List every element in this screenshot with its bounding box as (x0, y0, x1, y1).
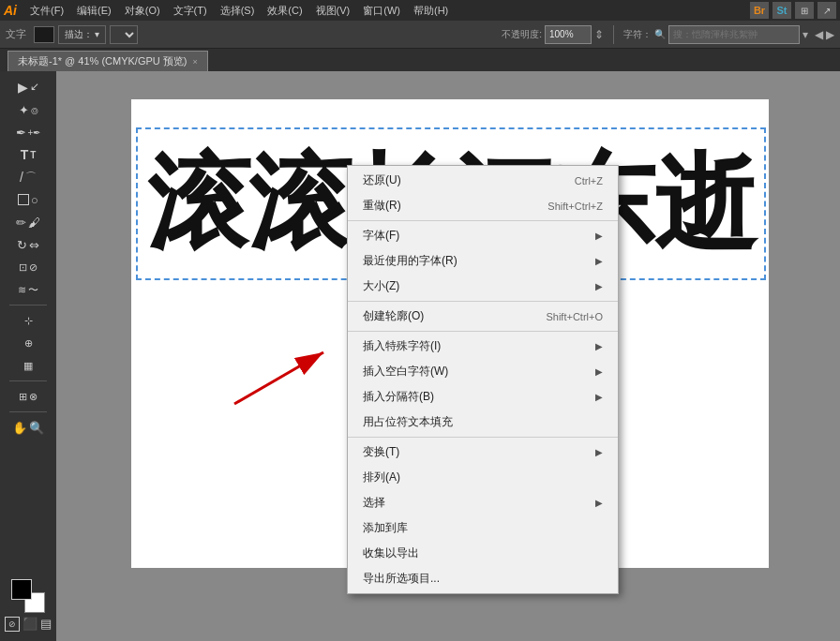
tab-bar: 未标题-1* @ 41% (CMYK/GPU 预览) × (0, 49, 840, 71)
font-label: 字符： (623, 28, 652, 41)
tool-scale-group[interactable]: ⊡ ⊘ (7, 257, 50, 277)
cm-select[interactable]: 选择 ▶ (348, 490, 618, 515)
stroke-color-swatch[interactable] (34, 26, 54, 43)
document-tab[interactable]: 未标题-1* @ 41% (CMYK/GPU 预览) × (8, 51, 208, 71)
share-icon[interactable]: ↗ (818, 2, 836, 19)
tool-type-group[interactable]: T T (7, 144, 50, 165)
cm-separator-4 (348, 437, 618, 438)
menu-file[interactable]: 文件(F) (24, 2, 69, 20)
foreground-color-swatch[interactable] (11, 579, 32, 600)
cm-insert-break[interactable]: 插入分隔符(B) ▶ (348, 384, 618, 410)
grid-apps-icon[interactable]: ⊞ (795, 2, 814, 19)
cm-insert-special[interactable]: 插入特殊字符(I) ▶ (348, 334, 618, 359)
cm-size-arrow: ▶ (595, 281, 603, 291)
cm-export-selection[interactable]: 导出所选项目... (348, 566, 618, 591)
menu-window[interactable]: 窗口(W) (357, 2, 406, 20)
rect-tool-icon (18, 194, 29, 205)
cm-size[interactable]: 大小(Z) ▶ (348, 274, 618, 299)
options-toolbar: 文字 描边： ▾ 不透明度: ⇕ 字符： 🔍 ▾ ◀ ▶ (0, 21, 840, 49)
line-tool-icon: / (20, 170, 23, 185)
tool-hand-zoom-group[interactable]: ✋ 🔍 (7, 417, 50, 438)
opacity-input[interactable] (545, 25, 592, 44)
cm-separator-3 (348, 331, 618, 332)
type-tool-icon: T (21, 147, 29, 162)
lasso-icon: ⌾ (31, 103, 38, 117)
cm-undo[interactable]: 还原(U) Ctrl+Z (348, 168, 618, 193)
cm-create-outlines[interactable]: 创建轮廓(O) Shift+Ctrl+O (348, 304, 618, 329)
tool-rotate-group[interactable]: ↻ ⇔ (7, 234, 50, 255)
app-logo: Ai (4, 3, 17, 18)
color-icon[interactable]: ⬛ (22, 617, 38, 632)
bridge-icon[interactable]: Br (750, 2, 769, 19)
cm-separator-1 (348, 220, 618, 221)
color-area: ⊘ ⬛ ▤ (5, 579, 52, 632)
font-search-icon: 🔍 (654, 29, 666, 39)
tool-select-group[interactable]: ▶ ↖ (7, 77, 50, 97)
menu-text[interactable]: 文字(T) (168, 2, 213, 20)
stroke-dropdown[interactable]: 描边： ▾ (58, 25, 106, 44)
menu-view[interactable]: 视图(V) (310, 2, 356, 20)
opacity-section: 不透明度: ⇕ (502, 25, 604, 44)
tool-pencil-group[interactable]: ✏ 🖌 (7, 212, 50, 232)
cm-transform[interactable]: 变换(T) ▶ (348, 440, 618, 465)
brush-tool-icon: 🖌 (28, 216, 40, 230)
context-menu: 还原(U) Ctrl+Z 重做(R) Shift+Ctrl+Z 字体(F) ▶ … (347, 165, 619, 594)
cm-arrange[interactable]: 排列(A) (348, 465, 618, 490)
menu-select[interactable]: 选择(S) (215, 2, 261, 20)
toolbar-divider (613, 25, 614, 44)
tool-free-transform[interactable]: ⊹ (7, 310, 50, 331)
warp-tool-icon: 〜 (28, 283, 38, 297)
type-sub-icon: T (30, 150, 36, 160)
cm-recent-font[interactable]: 最近使用的字体(R) ▶ (348, 248, 618, 274)
opacity-arrows[interactable]: ⇕ (594, 28, 604, 41)
cm-redo[interactable]: 重做(R) Shift+Ctrl+Z (348, 193, 618, 218)
fg-bg-swatches[interactable] (11, 579, 45, 613)
menu-object[interactable]: 对象(O) (119, 2, 166, 20)
font-dropdown-arrow[interactable]: ▾ (802, 28, 808, 41)
tool-type-label: 文字 (6, 27, 26, 41)
cm-insert-whitespace[interactable]: 插入空白字符(W) ▶ (348, 359, 618, 384)
right-toolbar-icons: Br St ⊞ ↗ (750, 2, 836, 19)
cm-placeholder[interactable]: 用占位符文本填充 (348, 410, 618, 435)
cm-font[interactable]: 字体(F) ▶ (348, 223, 618, 248)
tool-line-group[interactable]: / ⌒ (7, 167, 50, 187)
stroke-none-icon[interactable]: ⊘ (5, 617, 20, 632)
tool-chart[interactable]: ▦ (7, 355, 50, 376)
cm-transform-arrow: ▶ (595, 447, 603, 457)
main-area: ▶ ↖ ✦ ⌾ ✒ +✒ T T / ⌒ ○ ✏ 🖌 ↻ ⇔ (0, 71, 840, 641)
tool-pen-group[interactable]: ✒ +✒ (7, 122, 50, 142)
tool-shape-group[interactable]: ○ (7, 189, 50, 210)
cm-redo-shortcut: Shift+Ctrl+Z (548, 201, 603, 212)
font-section: 字符： 🔍 ▾ ◀ ▶ (623, 25, 834, 44)
cm-add-to-library[interactable]: 添加到库 (348, 515, 618, 541)
tab-close-button[interactable]: × (192, 57, 197, 67)
tool-magic-lasso-group[interactable]: ✦ ⌾ (7, 99, 50, 120)
shear-tool-icon: ⊘ (29, 261, 38, 274)
stock-icon[interactable]: St (772, 2, 791, 19)
menu-edit[interactable]: 编辑(E) (71, 2, 117, 20)
toolbar-separator-3 (9, 411, 47, 412)
tool-artboard-group[interactable]: ⊞ ⊗ (7, 386, 50, 407)
cm-collect-export[interactable]: 收集以导出 (348, 541, 618, 566)
rotate-tool-icon: ↻ (17, 238, 27, 252)
cm-undo-shortcut: Ctrl+Z (575, 175, 603, 186)
hand-tool-icon: ✋ (12, 421, 27, 435)
pencil-tool-icon: ✏ (16, 216, 26, 230)
menu-effect[interactable]: 效果(C) (262, 2, 308, 20)
font-nav-next[interactable]: ▶ (826, 28, 834, 41)
scale-tool-icon: ⊡ (19, 261, 27, 274)
gradient-icon[interactable]: ▤ (40, 617, 52, 632)
canvas-area[interactable]: 滚滚长江东逝 还原(U) Ctrl+Z 重做(R) Shift+Ctrl+Z 字… (56, 71, 840, 641)
cm-recent-font-arrow: ▶ (595, 256, 603, 266)
tool-symbol-group[interactable]: ⊕ (7, 333, 50, 353)
tool-width-group[interactable]: ≋ 〜 (7, 279, 50, 300)
free-transform-icon: ⊹ (24, 315, 33, 327)
toolbar-separator-2 (9, 380, 47, 381)
magic-wand-icon: ✦ (19, 103, 29, 117)
font-search-input[interactable] (668, 25, 800, 44)
font-nav-prev[interactable]: ◀ (815, 28, 823, 41)
slice-icon: ⊗ (29, 391, 38, 403)
zoom-tool-icon: 🔍 (29, 421, 44, 435)
menu-help[interactable]: 帮助(H) (408, 2, 454, 20)
stroke-weight-select[interactable] (110, 25, 138, 44)
